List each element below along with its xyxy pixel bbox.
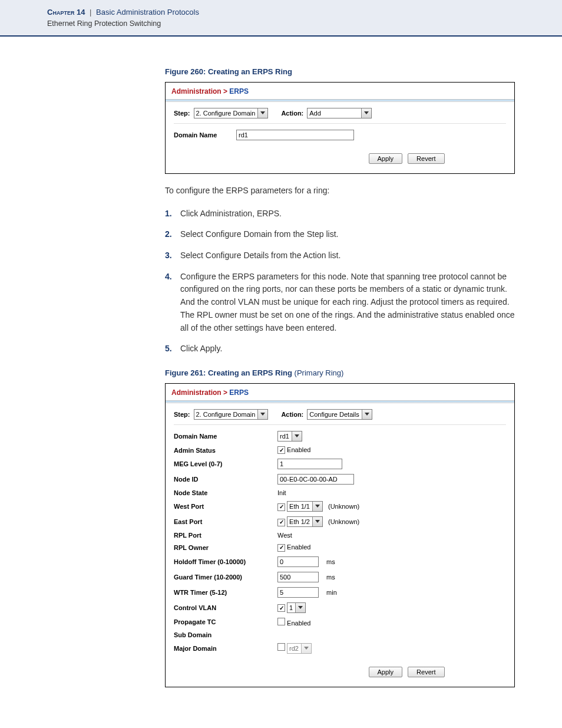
west-port-select[interactable]: Eth 1/1 [287,501,323,512]
guard-input[interactable] [277,572,319,582]
svg-marker-5 [315,505,320,508]
control-vlan-select[interactable]: 1 [287,602,306,613]
rpl-owner-checkbox[interactable] [277,544,285,552]
instructions-intro: To configure the ERPS parameters for a r… [165,185,515,197]
action-select[interactable]: Add [307,108,372,118]
instructions-list: 1.Click Administration, ERPS. 2.Select C… [165,207,515,355]
figure-260-screenshot: Administration > ERPS Step: 2. Configure… [165,82,515,174]
rpl-port-value: West [277,529,363,541]
svg-marker-2 [260,413,265,416]
holdoff-input[interactable] [277,556,319,567]
meg-level-input[interactable] [277,459,342,469]
chevron-down-icon [301,644,311,653]
node-id-input[interactable] [277,474,354,485]
revert-button[interactable]: Revert [408,153,444,164]
chevron-down-icon [257,108,267,118]
node-state-value: Init [277,487,363,499]
page-header: Chapter 14 | Basic Administration Protoc… [0,0,562,37]
step-label: Step: [174,110,190,117]
action-select[interactable]: Configure Details [307,409,372,420]
step-select[interactable]: 2. Configure Domain [194,108,269,118]
breadcrumb: Administration > ERPS [166,384,514,401]
west-port-checkbox[interactable] [277,503,285,511]
major-domain-select[interactable]: rd2 [287,643,312,654]
chevron-down-icon [292,431,302,441]
chevron-down-icon [295,603,305,612]
svg-marker-4 [295,434,299,437]
chevron-down-icon [361,108,371,118]
chevron-down-icon [257,410,267,419]
major-domain-checkbox[interactable] [277,643,285,651]
erps-form: Domain Name rd1 Admin Status Enable [174,429,363,656]
propagate-tc-checkbox[interactable] [277,618,285,625]
east-port-select[interactable]: Eth 1/2 [287,516,323,527]
step-label: Step: [174,411,190,418]
step-select[interactable]: 2. Configure Domain [194,409,269,420]
svg-marker-6 [315,520,320,523]
action-label: Action: [281,110,303,117]
action-label: Action: [281,411,303,418]
apply-button[interactable]: Apply [369,153,403,164]
svg-marker-0 [260,111,265,114]
subsection-title: Ethernet Ring Protection Switching [47,19,562,29]
svg-marker-1 [364,111,369,114]
apply-button[interactable]: Apply [369,667,403,677]
control-vlan-checkbox[interactable] [277,604,285,612]
chapter-label: Chapter 14 [47,8,85,17]
east-port-checkbox[interactable] [277,519,285,526]
domain-name-select[interactable]: rd1 [277,431,302,442]
admin-status-checkbox[interactable] [277,446,285,454]
figure-261-screenshot: Administration > ERPS Step: 2. Configure… [165,383,515,687]
chevron-down-icon [362,410,372,419]
svg-marker-3 [365,413,369,416]
domain-name-input[interactable] [236,130,354,140]
figure-260-caption: Figure 260: Creating an ERPS Ring [165,67,515,76]
wtr-input[interactable] [277,587,319,598]
figure-261-caption: Figure 261: Creating an ERPS Ring (Prima… [165,368,515,377]
domain-name-label: Domain Name [174,131,233,139]
chevron-down-icon [312,517,322,526]
revert-button[interactable]: Revert [408,667,444,677]
section-title: Basic Administration Protocols [96,8,199,17]
page-number: – 472 – [0,722,562,728]
chevron-down-icon [312,502,322,511]
breadcrumb: Administration > ERPS [166,83,514,100]
svg-marker-8 [304,647,309,650]
svg-marker-7 [298,606,303,609]
